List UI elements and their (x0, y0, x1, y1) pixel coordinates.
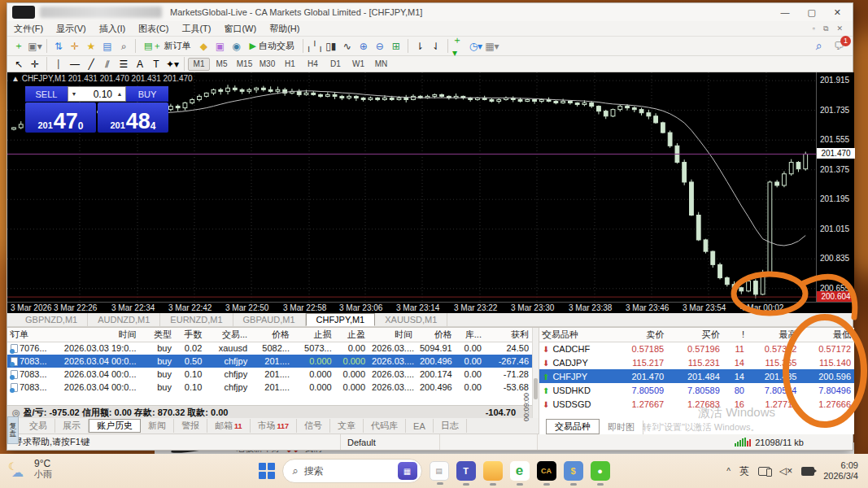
channel-icon[interactable]: ⫽ (99, 56, 116, 72)
price-axis[interactable]: 201.915201.735201.555201.375201.195201.0… (816, 72, 854, 302)
orders-column-header[interactable]: 类型 (140, 328, 175, 342)
navigator-icon[interactable]: ★ (83, 38, 99, 54)
child-restore-icon[interactable]: ⧉ (823, 24, 828, 33)
order-row[interactable]: 7083...2026.03.04 00:0...buy0.50chfjpy20… (7, 355, 532, 368)
mw-column-header[interactable]: 卖价 (610, 328, 668, 342)
menu-item[interactable]: 工具(T) (181, 23, 211, 35)
orders-column-header[interactable]: 止损 (293, 328, 335, 342)
chart-tab-audnzd[interactable]: AUDNZD,M1 (88, 313, 160, 326)
mw-tab[interactable]: 即时图 (600, 420, 643, 434)
menu-item[interactable]: 插入(I) (99, 23, 125, 35)
terminal-tab[interactable]: EA (406, 419, 434, 433)
terminal-tab[interactable]: 代码库 (364, 419, 406, 433)
menu-item[interactable]: 帮助(H) (269, 23, 299, 35)
periods-icon[interactable]: ◷▾ (468, 38, 484, 54)
timeframe-m5[interactable]: M5 (211, 58, 233, 71)
terminal-tab[interactable]: 信号 (297, 419, 330, 433)
search-icon[interactable]: ⌕ (811, 38, 827, 54)
mw-column-header[interactable]: 最低 (800, 328, 854, 342)
wechat-app-icon[interactable]: ● (591, 461, 610, 481)
volume-down-icon[interactable]: ▼ (68, 91, 80, 97)
mw-column-header[interactable]: ! (723, 328, 748, 342)
ca-markets-app-icon[interactable]: CA (537, 461, 556, 481)
order-row[interactable]: 7083...2026.03.04 00:0...buy0.10chfjpy20… (7, 368, 532, 381)
mw-row-cadchf[interactable]: ⬇CADCHF0.571850.57196110.573820.57172 (539, 342, 854, 355)
status-template[interactable]: Default (341, 434, 440, 450)
zoom-in-icon[interactable]: ⊕ (355, 38, 372, 54)
sell-button[interactable]: SELL (25, 86, 68, 102)
chart-tab-chfjpy[interactable]: CHFJPY,M1 (306, 313, 376, 326)
terminal-icon[interactable]: ▤ (99, 38, 116, 54)
maximize-button[interactable]: ▢ (807, 7, 815, 18)
vertical-tab-left[interactable]: 复盘 (7, 416, 19, 444)
terminal-tab[interactable]: 新闻 (141, 419, 174, 433)
file-explorer-icon[interactable] (483, 461, 503, 481)
sell-price[interactable]: 201 47 0 (25, 102, 96, 133)
volume-up-icon[interactable]: ▲ (114, 91, 125, 97)
terminal-tab[interactable]: 邮箱11 (207, 419, 251, 433)
timeframe-h1[interactable]: H1 (279, 58, 301, 71)
terminal-tab[interactable]: 展示 (55, 419, 89, 433)
terminal-tab[interactable]: 账户历史 (89, 419, 141, 433)
orders-column-header[interactable]: 获利 (485, 328, 532, 342)
shapes-icon[interactable]: ✦▾ (164, 56, 181, 72)
volume-muted-icon[interactable]: ◁× (779, 465, 792, 477)
line-chart-icon[interactable]: ∿ (339, 38, 355, 54)
orders-column-header[interactable]: 止盈 (335, 328, 369, 342)
mw-row-usdhkd[interactable]: ⬆USDHKD7.805097.80589807.805247.80496 (539, 383, 854, 397)
account-history-table[interactable]: ✕ 订单时间类型手数交易...价格止损止盈时间价格库...获利7076...20… (7, 328, 532, 419)
indicators-icon[interactable]: ＋▾ (451, 38, 468, 54)
chart-area[interactable]: ▲ CHFJPY,M1 201.431 201.470 201.431 201.… (7, 72, 853, 313)
fullscreen-icon[interactable]: ◉ (228, 38, 244, 54)
buy-button[interactable]: BUY (126, 86, 168, 102)
menu-item[interactable]: 文件(F) (14, 23, 43, 35)
browser-app-icon[interactable]: e (510, 461, 530, 481)
text-icon[interactable]: A (132, 56, 148, 72)
data-window-icon[interactable]: ✛ (67, 38, 83, 54)
chart-tab-xauusd[interactable]: XAUUSD,M1 (375, 313, 447, 326)
video-device-icon[interactable] (801, 467, 814, 476)
metaeditor-icon[interactable]: ◆ (195, 38, 212, 54)
orders-column-header[interactable]: 库... (456, 328, 485, 342)
taskbar-clock[interactable]: 6:09 2026/3/4 (823, 460, 858, 481)
child-close-icon[interactable]: ✕ (836, 24, 843, 33)
autotrading-button[interactable]: ▶自动交易 (244, 38, 299, 54)
mw-row-chfjpy[interactable]: ⬆CHFJPY201.470201.48414201.485200.596 (539, 369, 854, 383)
menu-item[interactable]: 图表(C) (138, 23, 168, 35)
mw-column-header[interactable]: 最高 (748, 328, 800, 342)
timeframe-d1[interactable]: D1 (325, 58, 347, 71)
terminal-tab[interactable]: 日志 (434, 419, 467, 433)
orders-column-header[interactable]: 手数 (175, 328, 205, 342)
orders-scrollbar[interactable] (532, 328, 539, 419)
terminal-tab[interactable]: 市场117 (251, 419, 298, 433)
market-watch-icon[interactable]: ⇅ (50, 38, 67, 54)
timeframe-mn[interactable]: MN (370, 58, 392, 71)
tray-chevron-icon[interactable]: ^ (726, 467, 731, 476)
terminal-tab[interactable]: 文章 (330, 419, 364, 433)
arrange-icon[interactable]: ⇂ (412, 38, 428, 54)
teams-app-icon[interactable]: T (456, 461, 476, 481)
child-minimize-icon[interactable]: ▫ (813, 24, 815, 33)
taskbar-search-box[interactable]: ⌕ 搜索 ▦ (282, 459, 422, 483)
cascade-icon[interactable]: ⇃ (428, 38, 444, 54)
order-row[interactable]: 7076...2026.03.03 19:0...buy0.02xauusd50… (7, 342, 532, 355)
profiles-icon[interactable]: ▣▾ (27, 38, 43, 54)
minimize-button[interactable]: — (780, 7, 789, 17)
timeframe-m1[interactable]: M1 (188, 58, 210, 71)
time-axis[interactable]: 3 Mar 20263 Mar 22:263 Mar 22:343 Mar 22… (7, 302, 854, 313)
orders-column-header[interactable]: 订单 (7, 328, 59, 342)
volume-stepper[interactable]: ▼ 0.10 ▲ (68, 86, 126, 102)
orders-column-header[interactable]: 交易... (205, 328, 251, 342)
candlestick-chart-icon[interactable]: ▯▮ (323, 38, 339, 54)
buy-price[interactable]: 201 48 4 (98, 102, 168, 133)
cast-device-icon[interactable] (758, 467, 770, 476)
scrollbar-thumb[interactable] (534, 378, 538, 399)
market-watch-panel[interactable]: ✕ 交易品种卖价买价!最高最低⬇CADCHF0.571850.57196110.… (539, 328, 854, 434)
ime-indicator[interactable]: 英 (739, 464, 749, 478)
finance-app-icon[interactable]: $ (564, 461, 583, 481)
menu-item[interactable]: 窗口(W) (224, 23, 256, 35)
mw-column-header[interactable]: 交易品种 (539, 328, 610, 342)
order-row[interactable]: 7083...2026.03.04 00:0...buy0.10chfjpy20… (7, 381, 532, 394)
new-chart-icon[interactable]: ＋ (11, 38, 27, 54)
chart-tab-gbpaud[interactable]: GBPAUD,M1 (233, 313, 306, 326)
